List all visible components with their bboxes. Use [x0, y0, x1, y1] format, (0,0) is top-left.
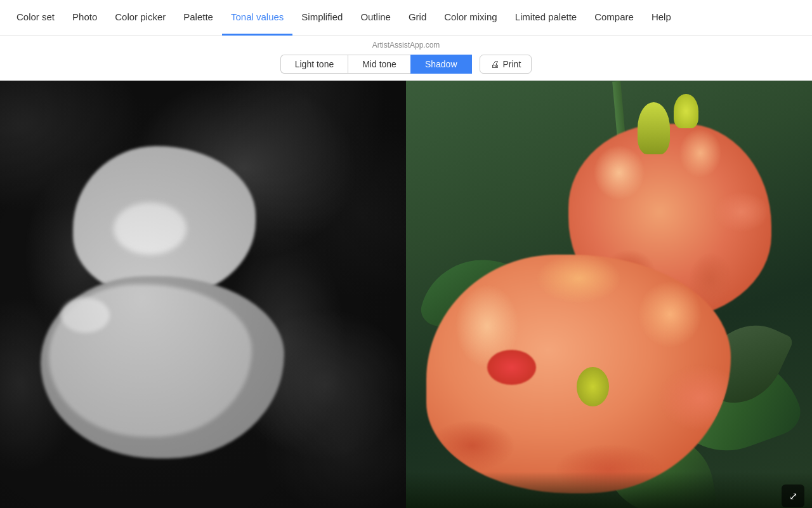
print-icon: 🖨 — [490, 59, 499, 69]
expand-button[interactable]: ⤢ — [782, 485, 804, 507]
photo-image — [406, 81, 812, 508]
print-label: Print — [503, 59, 521, 69]
brand-text: ArtistAssistApp.com — [372, 41, 440, 50]
flower-bud-top — [638, 102, 670, 154]
expand-icon: ⤢ — [789, 490, 797, 502]
tonal-panel — [0, 81, 406, 508]
nav-item-compare[interactable]: Compare — [586, 0, 643, 36]
dahlia-center — [487, 350, 536, 385]
print-button[interactable]: 🖨Print — [480, 55, 532, 74]
tone-buttons-group: Light toneMid toneShadow🖨Print — [280, 55, 532, 74]
small-bud — [674, 94, 698, 129]
tonal-overlay — [0, 81, 406, 508]
dark-soil — [406, 472, 812, 508]
main-content: ⤢ — [0, 81, 812, 508]
nav-item-color-picker[interactable]: Color picker — [106, 0, 174, 36]
sub-header: ArtistAssistApp.com Light toneMid toneSh… — [0, 36, 812, 81]
tonal-image — [0, 81, 406, 508]
photo-panel: ⤢ — [406, 81, 812, 508]
nav-bar: Color setPhotoColor pickerPaletteTonal v… — [0, 0, 812, 36]
nav-item-photo[interactable]: Photo — [63, 0, 106, 36]
nav-item-tonal-values[interactable]: Tonal values — [222, 0, 292, 36]
nav-item-simplified[interactable]: Simplified — [292, 0, 351, 36]
nav-item-color-mixing[interactable]: Color mixing — [435, 0, 506, 36]
nav-item-limited-palette[interactable]: Limited palette — [506, 0, 586, 36]
bud-middle — [577, 367, 609, 406]
nav-item-color-set[interactable]: Color set — [8, 0, 63, 36]
tone-btn-shadow[interactable]: Shadow — [410, 55, 472, 74]
nav-item-palette[interactable]: Palette — [174, 0, 222, 36]
nav-item-outline[interactable]: Outline — [351, 0, 400, 36]
tone-btn-mid-tone[interactable]: Mid tone — [348, 55, 410, 74]
tone-btn-light-tone[interactable]: Light tone — [280, 55, 348, 74]
nav-item-help[interactable]: Help — [643, 0, 680, 36]
nav-item-grid[interactable]: Grid — [400, 0, 435, 36]
